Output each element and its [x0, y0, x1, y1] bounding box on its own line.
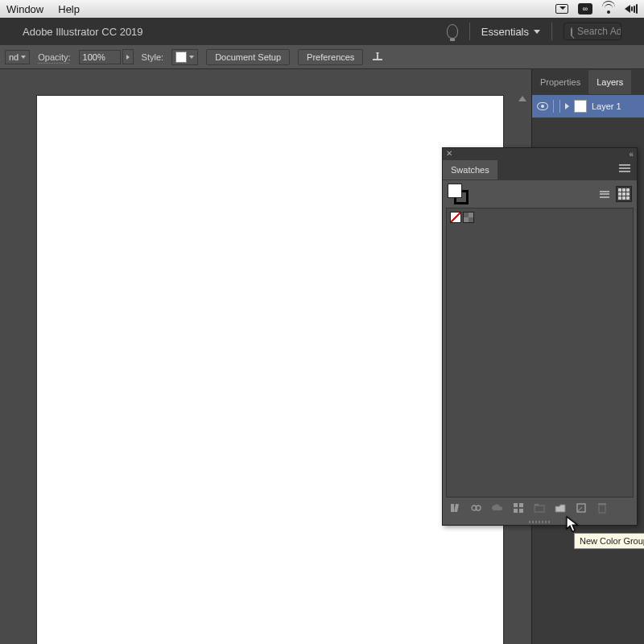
style-swatch — [175, 52, 187, 63]
new-color-group-icon[interactable] — [554, 502, 567, 514]
tab-properties[interactable]: Properties — [532, 70, 588, 94]
wifi-icon[interactable] — [602, 4, 615, 14]
style-label: Style: — [142, 52, 164, 62]
svg-rect-1 — [377, 55, 378, 59]
layer-row[interactable]: Layer 1 — [532, 95, 644, 118]
thumbnail-view-button[interactable] — [616, 186, 632, 202]
swatches-tab[interactable]: Swatches — [443, 160, 497, 180]
svg-rect-9 — [519, 509, 523, 513]
swatches-toolbar — [443, 180, 637, 208]
panel-header[interactable]: ✕ « — [443, 148, 637, 159]
artboard[interactable] — [37, 96, 503, 644]
swatch-registration[interactable] — [463, 212, 474, 223]
resize-grip[interactable] — [443, 518, 637, 525]
fill-swatch[interactable] — [448, 184, 462, 198]
chevron-down-icon — [189, 56, 194, 59]
discover-icon[interactable] — [447, 24, 458, 39]
creative-cloud-icon[interactable]: ∞ — [578, 3, 592, 14]
close-icon[interactable]: ✕ — [446, 150, 452, 158]
menu-help[interactable]: Help — [58, 3, 80, 15]
search-placeholder: Search Adobe Stock — [577, 26, 621, 37]
scroll-up-icon[interactable] — [518, 96, 526, 101]
workspace-label: Essentials — [481, 26, 529, 38]
svg-rect-14 — [599, 505, 605, 513]
delete-swatch-icon — [596, 502, 609, 514]
divider — [551, 23, 552, 40]
search-icon — [571, 27, 572, 36]
ruler-area — [0, 69, 531, 96]
blend-mode-select[interactable]: nd — [5, 50, 30, 64]
divider — [469, 23, 470, 40]
workspace-switcher[interactable]: Essentials — [481, 26, 540, 38]
screen-record-icon[interactable] — [555, 4, 568, 14]
swatch-options-icon[interactable] — [512, 502, 525, 514]
fill-stroke-indicator[interactable] — [448, 184, 469, 204]
svg-rect-8 — [514, 509, 518, 513]
svg-rect-2 — [451, 504, 454, 512]
menu-window[interactable]: Window — [6, 3, 43, 15]
control-bar: nd Opacity: Style: Document Setup Prefer… — [0, 45, 644, 69]
os-menubar: Window Help ∞ — [0, 0, 644, 18]
chevron-down-icon — [21, 56, 26, 59]
swatch-libraries-icon[interactable] — [449, 502, 462, 514]
volume-icon[interactable] — [625, 4, 638, 14]
visibility-toggle-icon[interactable] — [537, 101, 548, 112]
svg-rect-15 — [598, 503, 606, 505]
disclosure-icon[interactable] — [565, 103, 569, 109]
swatches-panel: ✕ « Swatches — [442, 147, 638, 526]
svg-rect-11 — [535, 504, 539, 506]
cloud-icon — [491, 502, 504, 514]
opacity-stepper[interactable] — [122, 49, 134, 64]
svg-rect-3 — [454, 504, 459, 513]
app-title: Adobe Illustrator CC 2019 — [23, 26, 143, 38]
swatches-footer — [443, 497, 637, 518]
svg-rect-6 — [514, 503, 518, 507]
collapse-icon[interactable]: « — [629, 150, 634, 159]
tab-layers[interactable]: Layers — [588, 70, 631, 94]
layer-name[interactable]: Layer 1 — [592, 101, 621, 111]
document-setup-button[interactable]: Document Setup — [206, 49, 290, 65]
svg-rect-7 — [519, 503, 523, 507]
show-swatch-kinds-icon[interactable] — [470, 502, 483, 514]
opacity-label[interactable]: Opacity: — [38, 52, 70, 62]
swatches-list[interactable] — [446, 208, 634, 497]
tooltip: New Color Group — [574, 533, 644, 549]
opacity-input[interactable] — [79, 50, 121, 64]
svg-rect-10 — [535, 506, 544, 512]
layer-thumbnail — [574, 100, 587, 113]
new-swatch-icon[interactable] — [575, 502, 588, 514]
lock-column[interactable] — [553, 100, 560, 113]
chevron-down-icon — [534, 30, 540, 34]
preferences-button[interactable]: Preferences — [298, 49, 363, 65]
new-group-icon — [533, 502, 546, 514]
graphic-style-select[interactable] — [171, 49, 198, 65]
list-view-button[interactable] — [597, 186, 613, 202]
align-options[interactable] — [371, 51, 386, 64]
panel-menu-icon[interactable] — [613, 163, 637, 177]
swatch-none[interactable] — [450, 212, 461, 223]
svg-rect-0 — [373, 59, 382, 60]
panel-tabs: Properties Layers — [532, 69, 644, 95]
search-stock[interactable]: Search Adobe Stock — [564, 23, 621, 40]
app-titlebar: Adobe Illustrator CC 2019 Essentials Sea… — [0, 18, 644, 45]
